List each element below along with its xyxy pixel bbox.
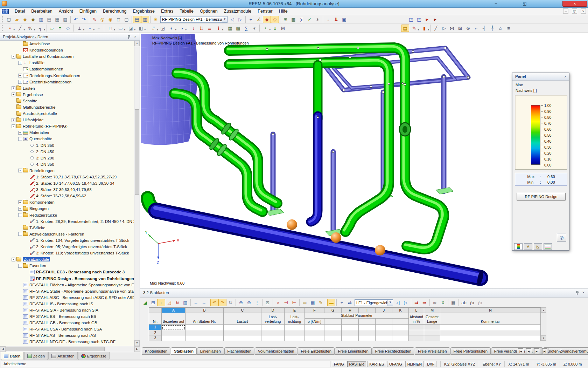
menu-item[interactable]: Zusatzmodule (221, 8, 255, 14)
status-toggle-button[interactable]: HLINIEN (405, 361, 424, 367)
tree-item[interactable]: T-Stücke (0, 225, 134, 231)
cell-G3[interactable] (324, 335, 342, 341)
new-line-icon[interactable]: ╱ (15, 25, 25, 32)
table-close-icon[interactable]: × (581, 290, 586, 295)
visibility-icon[interactable]: ◪ (126, 25, 136, 32)
column-letter-I[interactable]: I (359, 308, 376, 313)
scroll-up-icon[interactable]: ▲ (541, 308, 546, 313)
member-eccentricity-icon[interactable]: ⌐ (95, 25, 103, 32)
cell-D1[interactable] (261, 325, 285, 330)
table-tab[interactable]: Freie Polygonlasten (450, 347, 491, 355)
tree-item[interactable]: + Lastfälle (0, 60, 134, 66)
row-number-1[interactable]: 1 (149, 325, 162, 330)
excel-icon[interactable]: X (439, 299, 447, 306)
table-tab[interactable]: Freie Einzellasten (298, 347, 334, 355)
menu-item[interactable]: Berechnung (100, 8, 130, 14)
status-toggle-button[interactable]: KARTES (367, 361, 386, 367)
scrollbar-thumb[interactable] (135, 109, 139, 195)
menu-item[interactable]: Datei (12, 8, 28, 14)
new-file-icon[interactable]: ▢ (5, 16, 13, 23)
cell-E1[interactable] (285, 325, 305, 330)
case-next-icon[interactable]: ▷ (402, 299, 410, 306)
load-case-combobox[interactable]: LF1 - Eigengewicht ▼ (355, 299, 393, 306)
expander-icon[interactable]: + (18, 200, 22, 204)
insert-plate-icon[interactable]: ⌂ (496, 25, 504, 32)
expander-icon[interactable]: + (18, 80, 22, 84)
import-model-icon[interactable]: ◆ (21, 16, 29, 23)
toolbar-grip[interactable] (2, 16, 4, 22)
tree-item[interactable]: 4: Stäbe: 76-72,58,64,59-62 (0, 193, 134, 199)
tree-item[interactable]: RF-STAHL BS - Bemessung nach BS (0, 313, 134, 320)
line-division-icon[interactable]: % (25, 25, 35, 32)
next-table-icon[interactable]: ▶ (533, 348, 540, 354)
table-tab[interactable]: Flächenlasten (224, 347, 255, 355)
column-letter-N[interactable]: N (440, 308, 541, 313)
expander-icon[interactable]: + (12, 118, 15, 122)
tree-item[interactable]: RF-STAHL SIA - Bemessung nach SIA (0, 307, 134, 313)
cell-G1[interactable] (324, 325, 342, 330)
tree-item[interactable]: Knotenkopplungen (0, 47, 134, 53)
scroll-down-icon[interactable]: ▼ (134, 340, 140, 346)
new-polyline-icon[interactable]: ┐ (35, 25, 46, 32)
maximize-button[interactable]: ◱ (519, 1, 530, 7)
cell-C3[interactable] (224, 335, 261, 341)
nodal-support-icon[interactable]: ⊥ (75, 25, 85, 32)
show-navigator-icon[interactable]: ▥ (141, 16, 149, 23)
jump-left-icon[interactable]: ← (192, 299, 200, 306)
modules-icon[interactable]: ▣ (340, 16, 348, 23)
scroll-up-icon[interactable]: ▲ (134, 41, 140, 46)
cell-A1[interactable] (162, 325, 186, 330)
status-toggle-button[interactable]: FANG (332, 361, 346, 367)
navigator-close-icon[interactable]: × (133, 34, 138, 39)
exchange-icon[interactable]: ⇄ (346, 299, 354, 306)
panel-zoom-button[interactable]: ◎ (557, 233, 566, 242)
status-toggle-button[interactable]: OFANG (387, 361, 404, 367)
table-undo-icon[interactable]: ↶ (210, 299, 218, 306)
copy-row-icon[interactable]: ⊛ (245, 299, 253, 306)
transfer-loads-icon[interactable]: ⇉ (412, 299, 420, 306)
tree-item[interactable]: - Reduzierstücke (0, 212, 134, 218)
tree-item[interactable]: RF-STAHL AISC - Bemessung nach AISC (LRF… (0, 294, 134, 301)
tree-item[interactable]: Anschlüsse (0, 41, 134, 47)
cell-L1[interactable] (409, 325, 424, 330)
spectacles-icon[interactable]: ∞ (431, 299, 439, 306)
mesh-settings-icon[interactable]: ▩ (289, 16, 298, 23)
row-details-icon[interactable]: ⋮ (253, 299, 261, 306)
insert-bowtie-icon[interactable]: ⋈ (448, 25, 456, 32)
tree-horizontal-scrollbar[interactable]: ◀ ▶ (0, 346, 140, 352)
redo-icon[interactable]: ↷ (80, 16, 88, 23)
expander-icon[interactable]: - (18, 137, 22, 141)
tree-item[interactable]: RF-STAHL AS - Bemessung nach AS (0, 332, 134, 339)
cell-N2[interactable] (440, 330, 541, 336)
zoom-region-icon[interactable]: ◎ (98, 16, 106, 23)
tree-item[interactable]: + Biegungen (0, 205, 134, 212)
cell-D2[interactable] (261, 330, 285, 336)
menu-item[interactable]: Extras (158, 8, 176, 14)
scrollbar-thumb[interactable] (6, 347, 105, 351)
tree-item[interactable]: Ausdruckprotokolle (0, 110, 134, 117)
delete-row-icon[interactable]: × (274, 299, 282, 306)
tree-item[interactable]: - Rohrleitung (RF-PIPING) (0, 123, 134, 129)
import-loads-icon[interactable]: + (338, 299, 346, 306)
result-values-icon[interactable]: ◇ (271, 16, 279, 23)
tree-item[interactable]: + Komponenten (0, 199, 134, 205)
tree-item[interactable]: RF-STAHL Flächen - Allgemeine Spannungsa… (0, 282, 134, 288)
table-vertical-scrollbar[interactable]: ▲ ▼ (541, 307, 546, 341)
calculation-params-icon[interactable]: ∗ (250, 25, 258, 32)
calculator-icon[interactable]: ▦ (449, 299, 457, 306)
member-hinge-icon[interactable]: ∘ (85, 25, 95, 32)
table-tab[interactable]: Freie Linienlasten (335, 347, 372, 355)
cell-H1[interactable] (342, 325, 359, 330)
solid-render-icon[interactable]: ◑ (177, 25, 187, 32)
tree-item[interactable]: Glättungsbereiche (0, 104, 134, 110)
new-window-icon[interactable]: ▢ (122, 16, 131, 23)
ab-equals-icon[interactable]: ab (460, 299, 468, 306)
tree-vertical-scrollbar[interactable]: ▲ ▼ (134, 41, 140, 346)
table-sort-icon[interactable]: ↓ (157, 299, 165, 306)
table-tab[interactable]: Knoten-Zwangsverformungen (543, 347, 588, 355)
cell-M1[interactable] (424, 325, 440, 330)
fx-off-icon[interactable]: ƒx (476, 299, 484, 306)
table-redo-icon[interactable]: ↷ (218, 299, 226, 306)
free-load-icon[interactable]: ↡ (214, 25, 224, 32)
insert-stamp-icon[interactable]: ≋ (504, 25, 512, 32)
